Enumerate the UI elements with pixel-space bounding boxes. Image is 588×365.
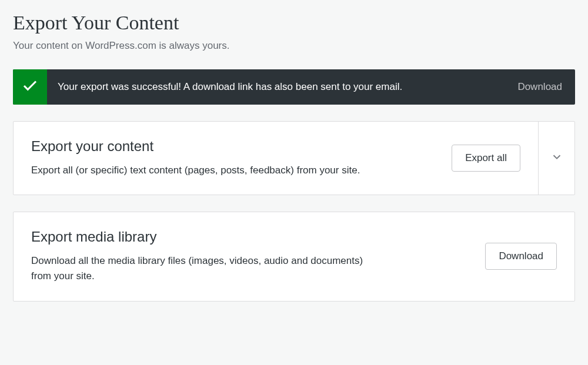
success-icon-box: [13, 69, 47, 105]
export-media-text: Export media library Download all the me…: [31, 229, 473, 284]
export-media-description: Download all the media library files (im…: [31, 253, 372, 284]
export-media-card: Export media library Download all the me…: [13, 212, 575, 302]
export-content-body: Export your content Export all (or speci…: [14, 122, 538, 195]
checkmark-icon: [21, 77, 39, 97]
export-content-description: Export all (or specific) text content (p…: [31, 163, 372, 178]
notice-download-link[interactable]: Download: [505, 69, 575, 105]
download-media-button[interactable]: Download: [485, 243, 557, 270]
success-notice: Your export was successful! A download l…: [13, 69, 575, 105]
page-header: Export Your Content Your content on Word…: [13, 12, 575, 53]
export-content-title: Export your content: [31, 138, 440, 155]
page-subtitle: Your content on WordPress.com is always …: [13, 39, 575, 53]
chevron-down-icon: [550, 150, 563, 166]
notice-message: Your export was successful! A download l…: [47, 69, 505, 105]
export-content-card: Export your content Export all (or speci…: [13, 121, 575, 195]
export-content-text: Export your content Export all (or speci…: [31, 138, 440, 178]
export-all-button[interactable]: Export all: [452, 145, 520, 172]
export-media-body: Export media library Download all the me…: [14, 212, 574, 301]
page-title: Export Your Content: [13, 12, 575, 34]
export-media-title: Export media library: [31, 229, 473, 245]
expand-export-content-toggle[interactable]: [538, 122, 574, 195]
